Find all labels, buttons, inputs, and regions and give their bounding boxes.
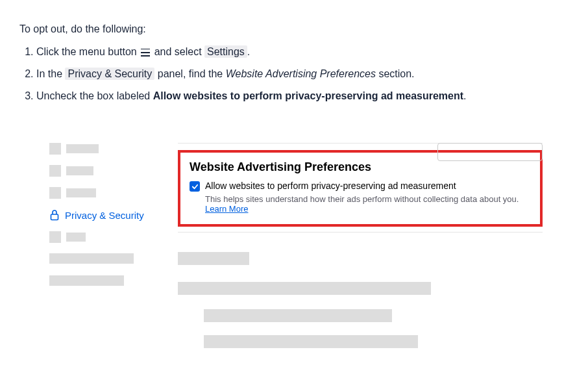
placeholder [204,309,392,322]
step-2-text-c: section. [376,68,415,79]
step-1-text-b: and select [151,46,204,57]
settings-label: Settings [204,45,247,58]
privacy-security-label: Privacy & Security [65,68,154,80]
svg-rect-0 [51,214,58,220]
instruction-list: Click the menu button and select Setting… [19,44,569,104]
lock-icon [49,209,60,221]
section-title: Website Advertising Preferences [190,160,528,174]
highlighted-section: Website Advertising Preferences Allow we… [178,150,543,227]
checkbox-checked[interactable] [190,181,200,192]
content-panel: Website Advertising Preferences Allow we… [166,143,569,348]
placeholder [178,282,431,295]
sidebar-item[interactable] [49,187,166,199]
sidebar-item[interactable] [49,275,124,286]
learn-more-link[interactable]: Learn More [205,204,248,214]
checkbox-row[interactable]: Allow websites to perform privacy-preser… [190,181,528,192]
step-3-text-a: Uncheck the box labeled [36,90,153,101]
hamburger-icon [141,49,150,57]
sidebar: Privacy & Security [19,143,166,286]
step-3: Uncheck the box labeled Allow websites t… [36,88,569,104]
step-2-text-a: In the [36,68,65,79]
checkbox-label: Allow websites to perform privacy-preser… [205,181,456,191]
placeholder [178,252,249,265]
help-text: This helps sites understand how their ad… [205,194,528,214]
sidebar-item[interactable] [49,143,166,155]
step-2: In the Privacy & Security panel, find th… [36,66,569,82]
step-1: Click the menu button and select Setting… [36,44,569,60]
step-1-text-c: . [247,46,250,57]
step-2-text-b: panel, find the [154,68,225,79]
sidebar-item-privacy[interactable]: Privacy & Security [49,209,166,221]
section-name: Website Advertising Preferences [226,68,376,79]
step-1-text-a: Click the menu button [36,46,140,57]
sidebar-item[interactable] [49,165,166,177]
sidebar-item[interactable] [49,231,166,243]
sidebar-item[interactable] [49,253,134,264]
checkbox-name-bold: Allow websites to perform privacy-preser… [153,90,463,101]
search-input[interactable] [437,143,543,161]
settings-screenshot: Privacy & Security Website Advertising P… [19,143,569,348]
divider [178,232,543,233]
placeholder [204,335,418,348]
intro-text: To opt out, do the following: [19,23,569,35]
sidebar-active-label: Privacy & Security [65,210,144,221]
help-text-content: This helps sites understand how their ad… [205,194,519,204]
step-3-text-b: . [463,90,466,101]
